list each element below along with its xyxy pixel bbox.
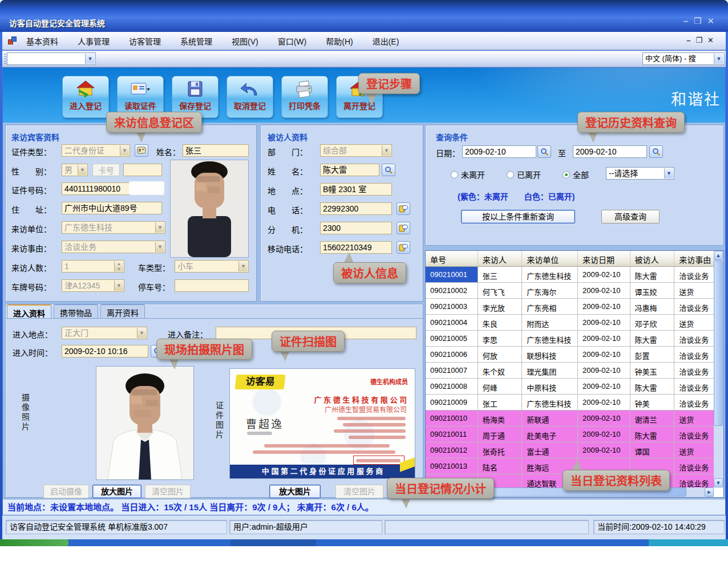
clear-photo-button[interactable]: 清空图片 [145,485,191,498]
table-cell[interactable]: 张奇托 [478,442,523,458]
chevron-down-icon[interactable]: ▼ [114,281,123,291]
chevron-down-icon[interactable]: ▼ [382,145,391,156]
quick-combo[interactable]: ▼ [7,52,96,65]
table-cell[interactable]: 洽谈业务 [674,458,714,474]
table-cell[interactable]: 送货 [674,315,714,330]
table-cell[interactable]: 090210009 [426,395,478,410]
radio-selected-icon[interactable] [563,171,570,178]
vertical-scroll-thumb[interactable] [714,261,723,426]
date-to-picker-button[interactable] [649,145,663,158]
table-cell[interactable]: 钟美 [630,395,675,410]
mdi-close-button[interactable]: ✕ [707,36,719,44]
toolstrip-grip[interactable] [4,54,6,64]
table-cell[interactable]: 2009-02-10 [578,267,630,282]
vertical-scrollbar[interactable]: ▲ ▼ [714,251,723,487]
table-cell[interactable]: 理光集团 [522,363,578,378]
taskbar-window-button[interactable] [230,539,316,546]
scroll-down-icon[interactable]: ▼ [714,478,723,487]
menu-item-view[interactable]: 视图(V) [229,34,261,48]
menu-item-visitor[interactable]: 访客管理 [127,34,163,48]
table-cell[interactable]: 090210011 [426,426,478,442]
col-header-visited[interactable]: 被访人 [630,251,675,266]
table-cell[interactable]: 090210001 [426,267,478,282]
menu-item-basic[interactable]: 基本资料 [24,34,60,48]
dial-ext-button[interactable] [397,222,410,234]
table-cell[interactable]: 陈大雷 [630,379,675,394]
table-cell[interactable]: 李光放 [478,299,523,314]
table-row[interactable]: 090210010杨海类新联通2009-02-10谢清兰送货 [426,410,714,426]
requery-button[interactable]: 按以上条件重新查询 [461,210,575,223]
table-cell[interactable]: 广东海尔 [522,283,578,298]
chevron-down-icon[interactable]: ▼ [85,54,95,64]
col-header-company[interactable]: 来访单位 [522,251,578,266]
language-combo[interactable]: 中文 (简体) - 搜▼ [642,52,725,65]
table-cell[interactable]: 邓子欣 [630,315,675,330]
visited-name-field[interactable]: 陈大雷 [320,164,379,176]
chevron-down-icon[interactable]: ▼ [238,261,248,271]
enter-register-button[interactable]: 进入登记 [62,76,109,118]
table-cell[interactable]: 新联通 [522,410,578,426]
restore-button[interactable]: ❐ [694,16,707,26]
date-from-field[interactable]: 2009-02-10 [462,145,536,158]
visitor-count-stepper[interactable]: 1▲▼ [62,260,124,273]
table-cell[interactable]: 谢清兰 [630,410,675,426]
table-cell[interactable]: 090210006 [426,347,478,362]
table-cell[interactable]: 张工 [478,395,523,410]
table-row[interactable]: 090210011周于通赴美电子2009-02-10陈大雷洽谈业务 [426,426,714,442]
table-cell[interactable]: 广东德生科技 [522,267,578,282]
entry-place-combo[interactable]: 正大门▼ [62,327,147,339]
table-cell[interactable]: 090210008 [426,379,478,394]
gender-combo[interactable]: 男▼ [62,164,88,176]
table-cell[interactable]: 洽谈业务 [674,299,714,314]
print-slip-button[interactable]: 打印凭条 [281,76,328,118]
radio-left[interactable]: 已离开 [507,169,541,180]
table-row[interactable]: 090210006何放联想科技2009-02-10彭置洽谈业务 [426,347,714,363]
table-cell[interactable]: 钟美玉 [630,363,675,378]
cancel-register-button[interactable]: 取消登记 [227,76,273,118]
table-cell[interactable]: 陈大雷 [630,331,675,346]
table-cell[interactable]: 洽谈业务 [674,379,714,394]
table-cell[interactable]: 090210003 [426,299,478,314]
table-cell[interactable]: 朱个奴 [478,363,523,378]
table-cell[interactable]: 090210007 [426,363,478,378]
table-cell[interactable]: 2009-02-10 [578,379,630,394]
radio-not-left[interactable]: 未离开 [451,169,485,180]
card-reader-button[interactable] [135,144,148,157]
radio-icon[interactable] [507,171,514,178]
menu-item-help[interactable]: 帮助(H) [323,34,355,48]
table-row[interactable]: 090210004朱良附而达2009-02-10邓子欣送货 [426,315,714,331]
col-header-date[interactable]: 来访日期 [578,251,630,266]
table-cell[interactable]: 陆名 [478,458,523,474]
company-combo[interactable]: 广东德生科技▼ [62,221,165,234]
table-cell[interactable]: 朱良 [478,315,523,330]
table-cell[interactable]: 冯惠梅 [630,299,675,314]
table-cell[interactable]: 洽谈业务 [674,331,714,346]
status-select[interactable]: --请选择▼ [606,167,674,180]
reason-combo[interactable]: 洽谈业务▼ [62,241,165,253]
table-cell[interactable]: 张三 [478,267,523,282]
mdi-restore-button[interactable]: ❐ [695,36,707,44]
table-cell[interactable]: 附而达 [522,315,578,330]
chevron-down-icon[interactable]: ▼ [137,328,146,338]
cert-type-combo[interactable]: 二代身份证▼ [62,144,130,157]
table-cell[interactable]: 彭置 [630,347,675,362]
table-cell[interactable]: 2009-02-10 [578,331,630,346]
table-cell[interactable]: 李思 [478,331,523,346]
minimize-button[interactable]: – [683,16,694,26]
date-from-picker-button[interactable] [537,145,551,158]
zoom-card-button[interactable]: 放大图片 [269,485,321,498]
table-cell[interactable]: 090210010 [426,410,478,426]
chevron-down-icon[interactable]: ▼ [120,145,129,156]
table-cell[interactable]: 090210005 [426,331,478,346]
table-cell[interactable]: 陈大雷 [630,426,675,442]
table-cell[interactable]: 洽谈业务 [674,347,714,362]
chevron-down-icon[interactable]: ▼ [155,242,164,252]
table-cell[interactable]: 赴美电子 [522,426,578,442]
tab-leave-info[interactable]: 离开资料 [100,304,145,318]
table-cell[interactable]: 洽谈业务 [674,426,714,442]
stepper-arrows-icon[interactable]: ▲▼ [114,261,123,271]
table-cell[interactable]: 谭玉姣 [630,283,675,298]
card-no-field[interactable] [123,164,162,176]
table-row[interactable]: 090210008何峰中原科技2009-02-10陈大雷洽谈业务 [426,379,714,395]
table-cell[interactable]: 谭国 [630,442,675,458]
